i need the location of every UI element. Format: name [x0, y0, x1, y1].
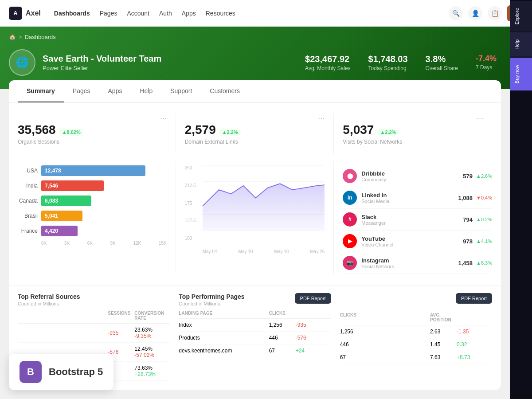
social-change: ▲4.1%	[476, 239, 492, 244]
social-networks-section: ⬤ Dribbble Community 579 ▲2.6% in Linked…	[334, 161, 492, 274]
notifications-button[interactable]: 👤	[468, 6, 482, 20]
bar-axis: 0K 3K 6K 9K 12K 15K	[18, 241, 167, 246]
line-chart-x-axis: May 04 May 10 May 18 May 26	[203, 249, 325, 254]
main-card: Summary Pages Apps Help Support Customer…	[9, 80, 501, 390]
referral-table-header: SESSIONS CONVERSION RATE	[18, 311, 170, 324]
table-row: 1,256 2.63 -1.35	[340, 325, 492, 338]
social-info: Instagram Social Network	[361, 257, 458, 269]
social-name: Instagram	[361, 257, 458, 264]
brand[interactable]: A Axel	[9, 7, 41, 20]
social-count: 794	[463, 216, 473, 223]
tab-apps[interactable]: Apps	[99, 80, 131, 102]
social-type: Community	[361, 177, 463, 182]
hero-stat-monthly-sales: $23,467.92 Avg. Monthly Sales	[305, 54, 351, 71]
top-pages-table-header: LANDING PAGE CLICKS	[179, 311, 331, 319]
line-chart: 250 212.5 175 137.5 100	[185, 165, 325, 254]
main-wrapper: Summary Pages Apps Help Support Customer…	[0, 80, 510, 390]
table-row: -935 23.63% -9.35%	[18, 324, 170, 343]
metric2-label: Domain External Links	[185, 139, 325, 145]
social-name: YouTube	[361, 235, 463, 242]
avg-position-header: PDF Report	[340, 286, 492, 308]
help-button[interactable]: Help	[510, 32, 532, 57]
nav-resources[interactable]: Resources	[206, 10, 235, 17]
social-icon: in	[343, 191, 357, 205]
hero: 🏠 > Dashboards 🌐 Save Earth - Volunteer …	[0, 27, 532, 89]
bar-row: Brasil 5,041	[18, 211, 167, 221]
social-icon: #	[343, 212, 357, 227]
social-count: 978	[463, 238, 473, 245]
nav-apps[interactable]: Apps	[182, 10, 196, 17]
bar-label: Brasil	[18, 213, 38, 219]
social-count: 1,088	[458, 195, 473, 201]
tab-summary[interactable]: Summary	[18, 80, 64, 102]
tab-support[interactable]: Support	[161, 80, 201, 102]
metric3-label: Visits by Social Networks	[343, 139, 483, 145]
bar-row: France 4,420	[18, 226, 167, 236]
bootstrap-icon: B	[20, 361, 42, 383]
brand-icon: A	[9, 7, 22, 20]
metric2-value: 2,579	[185, 123, 216, 137]
tab-help[interactable]: Help	[131, 80, 161, 102]
tab-customers[interactable]: Customers	[201, 80, 249, 102]
hero-content: 🌐 Save Earth - Volunteer Team Power Elit…	[9, 49, 497, 76]
top-pages-title-group: Top Performing Pages Counted in Millions	[179, 293, 244, 306]
nav-auth[interactable]: Auth	[159, 10, 172, 17]
settings-button[interactable]: 📋	[488, 6, 502, 20]
brand-name: Axel	[26, 9, 41, 17]
tabs-bar: Summary Pages Apps Help Support Customer…	[9, 80, 501, 103]
table-row: devs.keenthemes.com 67 +24	[179, 344, 331, 357]
metric2-menu[interactable]: ···	[185, 113, 325, 123]
bar-row: Canada 6,083	[18, 196, 167, 206]
social-row: ⬤ Dribbble Community 579 ▲2.6%	[343, 165, 492, 187]
top-pages-title: Top Performing Pages	[179, 293, 244, 300]
line-chart-svg	[203, 165, 325, 231]
social-type: Social Media	[361, 199, 458, 204]
overall-share-label: Overall Share	[426, 65, 458, 71]
nav-pages[interactable]: Pages	[100, 10, 117, 17]
tab-pages[interactable]: Pages	[64, 80, 99, 102]
social-count: 1,458	[458, 260, 473, 266]
nav-account[interactable]: Account	[127, 10, 149, 17]
explore-button[interactable]: Explore	[510, 1, 532, 31]
metric1-main: 35,568 ▲8.02%	[18, 123, 167, 137]
top-pages-header: Top Performing Pages Counted in Millions…	[179, 286, 331, 306]
metric1-menu[interactable]: ···	[18, 113, 167, 123]
metric3-menu[interactable]: ···	[343, 113, 483, 123]
social-icon: ▶	[343, 234, 357, 248]
metric1-label: Organic Sessions	[18, 139, 167, 145]
nav-dashboards[interactable]: Dashboards	[54, 10, 90, 17]
breadcrumb: 🏠 > Dashboards	[9, 34, 523, 40]
social-type: Social Network	[361, 264, 458, 269]
bar-chart: USA 12,478 India 7,546 Canada 6,083 Bras…	[18, 165, 167, 246]
social-info: Dribbble Community	[361, 170, 463, 182]
pdf-report-button[interactable]: PDF Report	[295, 293, 331, 304]
charts-area: USA 12,478 India 7,546 Canada 6,083 Bras…	[9, 154, 501, 281]
buy-button[interactable]: Buy now	[510, 58, 532, 90]
social-change: ▲2.6%	[476, 173, 492, 179]
7days-value: -7.4%	[476, 54, 497, 63]
social-name: Dribbble	[361, 170, 463, 177]
social-change: ▲8.3%	[476, 260, 492, 266]
avg-position-card: PDF Report CLICKS AVG. POSITION 1,256 2.…	[340, 286, 492, 381]
today-spending-value: $1,748.03	[368, 54, 408, 64]
social-change: ▼0.4%	[476, 195, 492, 200]
bar: 12,478	[41, 165, 145, 176]
social-info: YouTube Video Channel	[361, 235, 463, 247]
bar-chart-section: USA 12,478 India 7,546 Canada 6,083 Bras…	[18, 161, 176, 274]
hero-stat-overall-share: 3.8% Overall Share	[426, 54, 458, 71]
line-chart-section: 250 212.5 175 137.5 100	[176, 161, 334, 274]
table-row: 67 7.63 +8.73	[340, 351, 492, 364]
bar-container: 12,478	[41, 165, 167, 176]
breadcrumb-home[interactable]: 🏠	[9, 34, 16, 40]
bar-label: India	[18, 183, 38, 189]
bar-container: 7,546	[41, 180, 167, 191]
social-info: Slack Messanger	[361, 214, 463, 226]
pdf-report-button-2[interactable]: PDF Report	[456, 293, 492, 304]
7days-label: 7 Days	[476, 64, 497, 70]
search-button[interactable]: 🔍	[449, 6, 463, 20]
social-count: 579	[463, 173, 473, 180]
bar-label: USA	[18, 168, 38, 174]
table-row: 446 1.45 0.32	[340, 338, 492, 351]
table-row: Index 1,256 -935	[179, 319, 331, 332]
right-panel: Explore Help Buy now	[510, 0, 532, 390]
